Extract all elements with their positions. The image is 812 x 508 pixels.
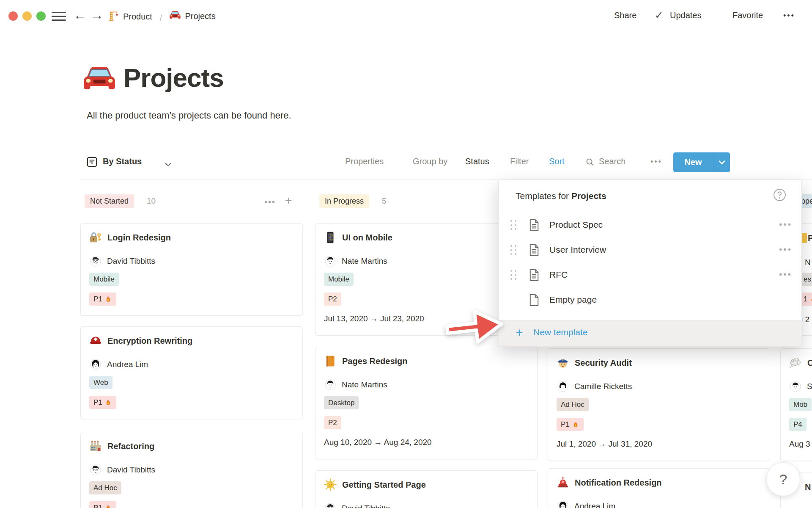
close-window-button[interactable] bbox=[8, 11, 18, 21]
project-card[interactable]: Pages RedesignNate MartinsDesktopP2Aug 1… bbox=[315, 347, 538, 459]
card-tag: P1 bbox=[89, 501, 116, 508]
project-card[interactable]: Getting Started PageDavid Tibbitts bbox=[315, 470, 538, 508]
card-assignee-name: Andrea Lim bbox=[107, 360, 148, 369]
siren-icon bbox=[557, 476, 569, 489]
question-mark: ? bbox=[779, 471, 787, 488]
column-status-badge[interactable]: Not Started bbox=[85, 194, 134, 208]
more-options-icon[interactable]: ••• bbox=[783, 11, 795, 20]
project-card[interactable]: Encryption RewritingAndrea LimWebP1 bbox=[80, 326, 303, 419]
group-by-value[interactable]: Status bbox=[465, 157, 489, 166]
filter-button[interactable]: Filter bbox=[510, 157, 529, 166]
project-card[interactable]: Login RedesignDavid TibbittsMobileP1 bbox=[80, 223, 303, 316]
card-title: Encryption Rewriting bbox=[89, 334, 192, 347]
breadcrumb: Product / Projects bbox=[108, 9, 216, 23]
avatar bbox=[557, 501, 568, 508]
updates-button[interactable]: Updates bbox=[670, 11, 702, 20]
template-item[interactable]: User Interview••• bbox=[499, 238, 801, 263]
card-tag: Desktop bbox=[324, 396, 359, 409]
template-item[interactable]: Empty page bbox=[499, 288, 801, 313]
column-more-icon[interactable]: ••• bbox=[264, 197, 276, 207]
project-card[interactable]: Security AuditCamille RickettsAd HocP1Ju… bbox=[548, 348, 770, 461]
card-title: UI on Mobile bbox=[324, 231, 392, 244]
drag-handle-icon[interactable] bbox=[510, 270, 517, 281]
template-item[interactable]: Product Spec••• bbox=[499, 213, 801, 238]
favorite-button[interactable]: Favorite bbox=[732, 11, 763, 20]
share-button[interactable]: Share bbox=[614, 11, 636, 20]
card-title-text: Refactoring bbox=[107, 442, 154, 451]
template-item-label: Empty page bbox=[549, 295, 597, 305]
breadcrumb-product[interactable]: Product bbox=[108, 10, 152, 23]
card-title-text: Notification Redesign bbox=[575, 478, 662, 488]
project-card[interactable]: Notification RedesignAndrea Lim bbox=[548, 468, 770, 508]
card-tag: P2 bbox=[324, 416, 341, 429]
back-button[interactable]: ← bbox=[74, 8, 87, 22]
view-selector[interactable]: By Status bbox=[103, 157, 142, 166]
column-count: 10 bbox=[147, 196, 156, 206]
template-item-more-icon[interactable]: ••• bbox=[779, 244, 792, 254]
card-tag: P1 bbox=[89, 293, 116, 306]
sidebar-menu-icon[interactable] bbox=[52, 12, 66, 21]
card-assignee-name: David Tibbitts bbox=[342, 504, 390, 508]
new-button[interactable]: New bbox=[673, 152, 730, 172]
column-add-icon[interactable]: + bbox=[285, 195, 292, 207]
avatar bbox=[90, 464, 101, 475]
column-status-badge[interactable]: In Progress bbox=[319, 194, 369, 208]
toolbar-more-icon[interactable]: ••• bbox=[650, 157, 662, 166]
book-icon bbox=[324, 355, 337, 367]
card-assignee-fragment: N bbox=[805, 258, 811, 267]
project-card[interactable]: CSMobP4Aug 3 bbox=[780, 348, 812, 461]
help-icon[interactable] bbox=[773, 188, 786, 203]
card-assignee-name: David Tibbitts bbox=[107, 257, 155, 266]
card-assignee-name: David Tibbitts bbox=[107, 465, 155, 475]
avatar bbox=[325, 379, 336, 390]
group-by-label[interactable]: Group by bbox=[413, 157, 447, 166]
sort-button[interactable]: Sort bbox=[549, 157, 565, 166]
forward-button[interactable]: → bbox=[91, 8, 104, 22]
properties-button[interactable]: Properties bbox=[345, 157, 384, 166]
card-assignee: Andrea Lim bbox=[557, 501, 615, 508]
column-header: In Progress5 bbox=[319, 194, 387, 208]
card-dates: Jul 1, 2020 → Jul 31, 2020 bbox=[557, 439, 652, 449]
card-assignee: Camille Ricketts bbox=[557, 381, 632, 392]
drag-handle-icon[interactable] bbox=[510, 220, 517, 231]
phone-icon bbox=[324, 231, 337, 244]
template-item-more-icon[interactable]: ••• bbox=[779, 269, 792, 279]
card-dates: Aug 10, 2020 → Aug 24, 2020 bbox=[324, 438, 432, 447]
template-item[interactable]: RFC••• bbox=[499, 263, 801, 288]
template-item-more-icon[interactable]: ••• bbox=[779, 219, 792, 229]
page-title: Projects bbox=[123, 63, 224, 93]
card-title-text: Security Audit bbox=[575, 358, 632, 368]
card-dates: Aug 3 bbox=[789, 439, 810, 449]
card-assignee-name: Nate Martins bbox=[342, 380, 387, 389]
doc-empty-icon bbox=[529, 294, 539, 308]
project-card[interactable]: RefactoringDavid TibbittsAd HocP1 bbox=[80, 432, 303, 508]
template-item-label: RFC bbox=[549, 270, 568, 280]
minimize-window-button[interactable] bbox=[22, 11, 32, 21]
card-tag: Web bbox=[89, 376, 112, 389]
page-icon[interactable] bbox=[82, 62, 117, 98]
card-assignee-name: S bbox=[807, 382, 812, 391]
cloud-icon bbox=[789, 356, 802, 369]
template-item-label: User Interview bbox=[549, 245, 606, 255]
new-dropdown-chevron-icon[interactable] bbox=[713, 160, 730, 165]
search-button[interactable]: Search bbox=[599, 157, 625, 166]
drag-handle-icon[interactable] bbox=[510, 245, 517, 256]
card-assignee: David Tibbitts bbox=[90, 464, 155, 475]
factory-icon bbox=[89, 440, 102, 453]
card-tag: Mob bbox=[789, 398, 812, 411]
card-tag: Mobile bbox=[324, 273, 354, 286]
card-title: C bbox=[789, 356, 812, 369]
help-bubble-button[interactable]: ? bbox=[766, 462, 800, 496]
card-assignee-name: Nate Martins bbox=[342, 257, 387, 266]
card-tag: Ad Hoc bbox=[557, 398, 589, 411]
breadcrumb-separator: / bbox=[159, 14, 162, 23]
card-assignee: Andrea Lim bbox=[90, 359, 148, 370]
templates-popup: Templates for Projects Product Spec•••Us… bbox=[498, 179, 802, 347]
zoom-window-button[interactable] bbox=[36, 11, 46, 21]
new-template-row[interactable]: + New template bbox=[499, 320, 801, 347]
page-description: All the product team's projects can be f… bbox=[87, 110, 291, 121]
breadcrumb-projects[interactable]: Projects bbox=[169, 9, 215, 23]
card-title: Pages Redesign bbox=[324, 355, 408, 367]
board-view-icon bbox=[86, 156, 98, 170]
new-button-label: New bbox=[673, 157, 713, 167]
